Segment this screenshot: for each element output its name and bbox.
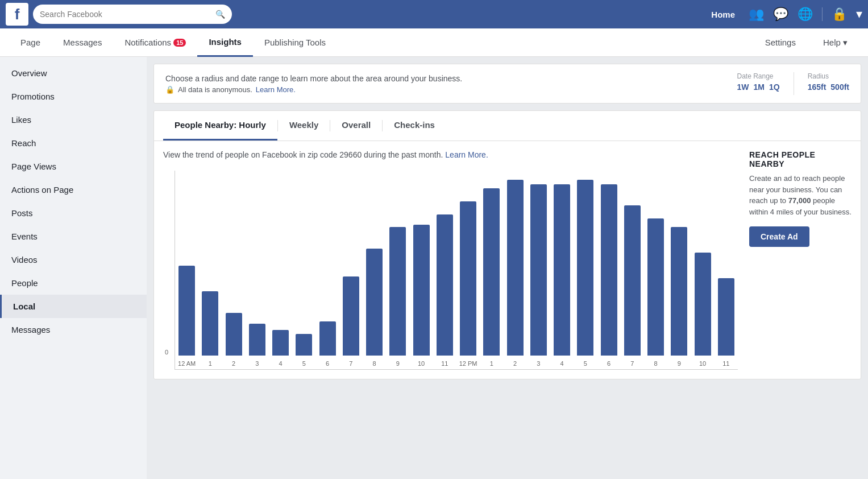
search-input[interactable] [40, 10, 215, 19]
date-range-options: 1W 1M 1Q [737, 82, 779, 92]
bar[interactable] [249, 324, 265, 356]
tab-insights[interactable]: Insights [197, 28, 253, 57]
tab-settings[interactable]: Settings [754, 28, 807, 57]
chart-tab-hourly[interactable]: People Nearby: Hourly [163, 111, 277, 141]
lock-icon: 🔒 [165, 85, 175, 94]
bar-x-label: 5 [584, 360, 587, 367]
radius-165ft[interactable]: 165ft [808, 82, 827, 92]
bar[interactable] [389, 227, 406, 356]
bar[interactable] [343, 276, 359, 356]
bar-x-label: 8 [373, 360, 376, 367]
anon-text: All data is anonymous. [178, 85, 252, 94]
nav-divider [822, 7, 823, 21]
bar-x-label: 12 AM [178, 360, 196, 367]
tab-publishing-tools[interactable]: Publishing Tools [253, 28, 337, 57]
tab-help[interactable]: Help ▾ [812, 28, 859, 57]
bar[interactable] [647, 218, 664, 356]
bar[interactable] [530, 184, 547, 356]
bar[interactable] [577, 180, 593, 356]
bar[interactable] [695, 253, 711, 356]
bar-x-label: 2 [232, 360, 235, 367]
create-ad-button[interactable]: Create Ad [749, 226, 809, 247]
bar-col: 6 [316, 171, 339, 356]
bar-col: 8 [644, 171, 667, 356]
bar[interactable] [601, 184, 617, 356]
info-banner-text: Choose a radius and date range to learn … [165, 74, 737, 94]
bar-chart: 0 12 AM123456789101112 PM1234567891011 [175, 171, 738, 370]
chart-tab-overall[interactable]: Overall [330, 111, 382, 141]
bar[interactable] [202, 291, 218, 356]
radius-group: Radius 165ft 500ft [808, 72, 849, 92]
bar-x-label: 7 [349, 360, 352, 367]
sidebar-item-messages[interactable]: Messages [0, 318, 147, 341]
sidebar-item-events[interactable]: Events [0, 225, 147, 248]
bar[interactable] [413, 225, 430, 356]
tab-page[interactable]: Page [9, 28, 52, 57]
anon-row: 🔒 All data is anonymous. Learn More. [165, 85, 737, 94]
bar-x-label: 3 [537, 360, 540, 367]
date-range-label: Date Range [737, 72, 779, 80]
sidebar-item-local[interactable]: Local [0, 295, 147, 318]
bar[interactable] [296, 334, 312, 356]
bar[interactable] [460, 201, 476, 356]
friends-icon[interactable]: 👥 [749, 7, 764, 22]
bar-col: 3 [246, 171, 269, 356]
bar-x-label: 1 [209, 360, 212, 367]
bar[interactable] [483, 188, 500, 356]
radius-label: Radius [808, 72, 849, 80]
sidebar-item-page-views[interactable]: Page Views [0, 155, 147, 178]
sidebar-item-posts[interactable]: Posts [0, 201, 147, 225]
lock-nav-icon[interactable]: 🔒 [832, 7, 847, 22]
date-range-1q[interactable]: 1Q [769, 82, 780, 92]
bar-x-label: 2 [513, 360, 517, 367]
bar[interactable] [671, 227, 687, 356]
search-bar[interactable]: 🔍 [33, 5, 232, 24]
bar[interactable] [319, 321, 336, 356]
bar[interactable] [366, 249, 383, 356]
bar-x-label: 11 [722, 360, 729, 367]
chart-tab-checkins[interactable]: Check-ins [383, 111, 446, 141]
bar[interactable] [437, 214, 453, 356]
bar-col: 2 [504, 171, 527, 356]
home-button[interactable]: Home [707, 10, 740, 19]
radius-500ft[interactable]: 500ft [830, 82, 849, 92]
bar-x-label: 10 [699, 360, 706, 367]
tab-messages[interactable]: Messages [52, 28, 113, 57]
bar-x-label: 10 [418, 360, 425, 367]
sidebar-item-people[interactable]: People [0, 271, 147, 295]
sidebar-item-overview[interactable]: Overview [0, 61, 147, 85]
bar-col: 10 [410, 171, 433, 356]
globe-icon[interactable]: 🌐 [798, 7, 813, 22]
chart-tab-weekly[interactable]: Weekly [278, 111, 330, 141]
sidebar-item-likes[interactable]: Likes [0, 108, 147, 131]
bar-x-label: 8 [654, 360, 658, 367]
bar[interactable] [554, 184, 570, 356]
learn-more-link-chart[interactable]: Learn More. [445, 150, 488, 159]
bar[interactable] [718, 278, 734, 356]
bar[interactable] [272, 330, 289, 356]
sidebar-item-actions-on-page[interactable]: Actions on Page [0, 178, 147, 201]
page-tabs-right: Settings Help ▾ [754, 28, 859, 57]
bar-col: 10 [691, 171, 715, 356]
sidebar-item-promotions[interactable]: Promotions [0, 85, 147, 108]
tab-notifications[interactable]: Notifications 15 [113, 28, 197, 57]
date-range-1m[interactable]: 1M [753, 82, 764, 92]
learn-more-link-banner[interactable]: Learn More. [256, 85, 296, 94]
bar-col: 8 [363, 171, 386, 356]
chart-tabs: People Nearby: Hourly Weekly Overall Che… [154, 111, 861, 141]
bar[interactable] [507, 180, 524, 356]
bar[interactable] [178, 266, 195, 356]
bar-col: 9 [667, 171, 691, 356]
page-tabs: Page Messages Notifications 15 Insights … [0, 28, 868, 57]
chart-body: View the trend of people on Facebook in … [154, 141, 861, 379]
bar[interactable] [624, 205, 641, 356]
bar-col: 9 [386, 171, 409, 356]
sidebar-item-videos[interactable]: Videos [0, 248, 147, 271]
bar[interactable] [226, 313, 242, 356]
sidebar-item-reach[interactable]: Reach [0, 131, 147, 155]
reach-description: Create an ad to reach people near your b… [749, 173, 852, 217]
bar-col: 6 [597, 171, 621, 356]
date-range-1w[interactable]: 1W [737, 82, 749, 92]
dropdown-icon[interactable]: ▾ [856, 7, 862, 22]
messenger-icon[interactable]: 💬 [773, 7, 788, 22]
